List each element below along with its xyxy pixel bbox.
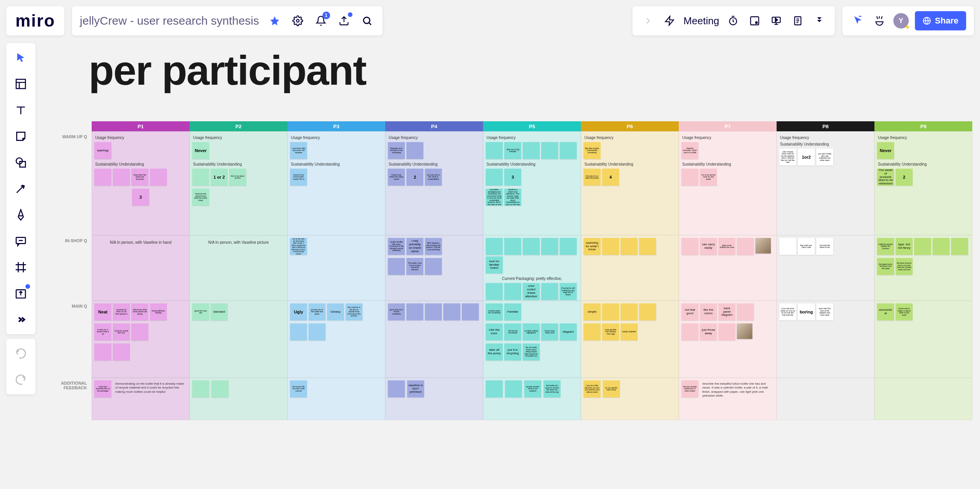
sticky-note[interactable]: sparingy [94,142,111,159]
sticky-note[interactable]: the use really thinks about things based… [523,343,540,360]
image-thumb[interactable] [737,323,752,339]
sticky-note[interactable]: might be product neither thin function [877,238,894,255]
export-icon[interactable] [336,13,352,28]
pen-tool[interactable] [12,206,29,223]
sticky-note[interactable] [211,380,228,397]
sticky-note[interactable]: Good for the environment maybe 4/5 so [290,169,307,186]
sticky-note[interactable]: wouldnt pretty her something [486,303,503,320]
sticky-note[interactable]: boring [798,303,815,320]
column-header[interactable]: P4 [385,121,483,131]
grid-cell[interactable]: N/A In person, with Vaseline picture [190,235,287,301]
presentation-icon[interactable] [769,13,784,28]
undo-button[interactable] [12,345,29,362]
grid-cell[interactable]: can carry easilygives more stylistic the… [679,235,777,301]
sticky-tool[interactable] [12,128,29,145]
sticky-note[interactable]: Familiar [504,303,521,320]
sticky-note[interactable]: she considers recyclable packaging and s… [486,189,503,206]
grid-cell[interactable]: simplenone get little that nothing more … [581,301,679,378]
sticky-note[interactable] [94,169,111,186]
sticky-note[interactable]: eyes look first look at the diagram see … [816,303,833,320]
sticky-note[interactable]: can carry easily [700,238,717,255]
sticky-note[interactable]: Like the color. [486,323,503,340]
sticky-note[interactable] [462,303,479,320]
sticky-note[interactable]: Good for myself then buy [113,323,130,340]
sticky-note[interactable]: not sure why is the value in sustainabil… [425,169,442,186]
sticky-note[interactable]: Neat [94,303,111,320]
sticky-note[interactable]: clear lots of big changes [504,142,521,159]
sticky-note[interactable] [779,238,796,255]
sticky-note[interactable]: brown was is singly no about what no the… [896,303,913,320]
grid-cell[interactable]: if you ask prob whats on it so up of um … [777,301,874,378]
column-header[interactable]: P5 [483,121,581,131]
sticky-note[interactable] [681,238,698,255]
sticky-note[interactable]: try out specific lotion body [603,380,620,397]
sticky-note[interactable]: you ask if really will I say materials c… [816,149,833,166]
sticky-note[interactable] [541,142,558,159]
more-tools[interactable] [12,311,29,328]
sticky-note[interactable] [113,169,130,186]
column-header[interactable]: P6 [581,121,679,131]
star-icon[interactable] [267,13,282,28]
sticky-note[interactable]: Never [877,142,894,159]
comment-tool[interactable] [12,233,29,250]
column-header[interactable]: P1 [92,121,190,131]
sticky-note[interactable]: I rely primarily on brand name [406,238,423,255]
notes-icon[interactable] [790,13,805,28]
sticky-note[interactable]: The bottle I love it how it looks promec… [406,258,423,275]
sticky-note[interactable] [388,380,405,397]
sticky-note[interactable]: people actually cannot use vaseline [524,380,541,397]
grid-cell[interactable]: Usage frequencyNeverSustainability Under… [190,131,287,235]
grid-cell[interactable]: Usage frequencyclear lots of big changes… [483,131,581,235]
timer-icon[interactable] [725,13,741,28]
grid-cell[interactable] [190,378,287,420]
sticky-note[interactable]: usually familiar with many. Consistent i… [388,238,405,255]
chevron-right-icon[interactable] [640,13,656,28]
grid-cell[interactable]: some text recycline info on the packages… [92,378,190,420]
share-button[interactable]: Share [915,11,966,30]
sticky-note[interactable] [192,169,209,186]
grid-cell[interactable]: not that goodlike the colorsback panel d… [679,301,777,378]
sticky-note[interactable] [602,238,619,255]
sticky-note[interactable]: Doesnt see where the rating means [388,169,405,186]
frame-tool[interactable] [12,259,29,276]
settings-icon[interactable] [290,13,305,28]
grid-cell[interactable]: look for familiar brandCurrent Packaging… [483,235,581,301]
column-header[interactable]: P3 [287,121,385,131]
grid-cell[interactable]: Usage frequencyVaseline everyday. Lotion… [679,131,777,235]
grid-cell[interactable] [874,378,972,420]
sticky-note[interactable]: readily available [621,323,638,340]
sticky-note[interactable] [584,323,601,340]
sticky-note[interactable] [486,142,503,159]
grid-cell[interactable]: Usage frequencylike often stoictly occas… [581,131,679,235]
sticky-note[interactable] [406,142,423,159]
sticky-note[interactable]: like small one. Sans Lotla [798,238,815,255]
sticky-note[interactable]: standard [211,303,228,320]
grid-cell[interactable]: Usage frequencysparingySustainability Un… [92,131,190,235]
more-icon[interactable] [812,13,827,28]
grid-cell[interactable]: good the more seestandard [190,301,287,378]
sticky-note[interactable]: if you ask prob whats on it so up of um … [779,303,796,320]
sticky-note[interactable]: it is to try and be more try and waste [700,169,717,186]
sticky-note[interactable]: Depends up to enough to use something [388,142,405,159]
canvas[interactable]: per participant WARM UP QIN-SHOP QMAIN Q… [46,46,972,481]
sticky-note[interactable]: 1or2 [798,149,815,166]
sticky-note[interactable] [639,303,656,320]
text-tool[interactable] [12,102,29,119]
select-tool[interactable] [12,49,29,66]
sticky-note[interactable]: simple [584,303,601,320]
grid-cell[interactable]: Usage frequencyDepends up to enough to u… [385,131,483,235]
sticky-note[interactable]: scanning for what I know [584,238,601,255]
sticky-note[interactable] [94,343,111,360]
sticky-note[interactable]: brown body really work [541,323,558,340]
sticky-note[interactable]: didnt know what some picture are saying [131,303,148,320]
sticky-note[interactable]: the facts to know she is not sure what t… [896,258,913,275]
upload-tool[interactable] [12,285,29,302]
sticky-note[interactable]: Because Vaseline is plastic and petroleu… [504,189,521,206]
sticky-note[interactable] [602,303,619,320]
grid-cell[interactable]: might be product neither thin functionty… [874,235,972,301]
grid-cell[interactable]: good stray for it should marketing [385,301,483,378]
grid-cell[interactable]: Neatsurprised at what not we have going … [92,301,190,378]
grid-cell[interactable]: economicalbrown was is singly no about w… [874,301,972,378]
sticky-note[interactable]: surprised at what not we have going on [113,303,130,320]
sticky-note[interactable] [113,343,130,360]
